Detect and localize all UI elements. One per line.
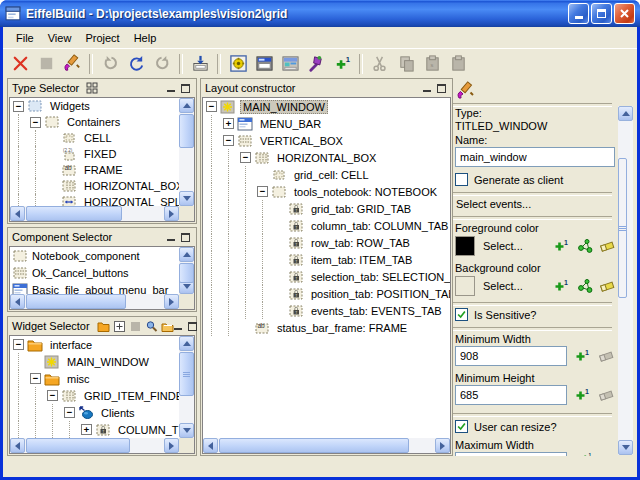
tree-expander[interactable]: − <box>10 98 27 114</box>
vertical-scrollbar[interactable] <box>179 247 194 294</box>
vertical-scrollbar[interactable] <box>179 98 194 206</box>
tree-expander[interactable]: − <box>203 98 220 115</box>
tree-expander[interactable]: − <box>237 149 254 166</box>
panel-minimize-button[interactable] <box>423 90 431 92</box>
scroll-left-button[interactable] <box>10 294 25 309</box>
add-one-icon[interactable]: 1 <box>553 238 571 254</box>
scroll-up-button[interactable] <box>179 336 194 351</box>
scroll-right-button[interactable] <box>164 438 179 453</box>
horizontal-scrollbar[interactable] <box>10 438 179 453</box>
vertical-scrollbar[interactable] <box>618 106 633 455</box>
color-tree-icon[interactable] <box>577 238 595 254</box>
scrollbar-thumb[interactable] <box>26 438 130 453</box>
horizontal-scrollbar[interactable] <box>10 294 179 309</box>
tree-item-fixed[interactable]: (2,2)FIXED <box>10 146 179 162</box>
foreground-select-button[interactable]: Select... <box>483 240 523 252</box>
open-folder-icon[interactable] <box>161 320 174 333</box>
color-tree-icon[interactable] <box>577 278 595 294</box>
minimum-height-input[interactable] <box>455 385 567 405</box>
scroll-down-button[interactable] <box>179 423 194 438</box>
search-icon[interactable] <box>145 320 158 333</box>
show-window-button[interactable] <box>252 52 276 76</box>
tree-item-column-tab-column-tab[interactable]: Tcolumn_tab: COLUMN_TAB <box>203 217 450 234</box>
close-button[interactable] <box>614 3 635 24</box>
minimum-width-input[interactable] <box>455 346 567 366</box>
user-can-resize-checkbox[interactable] <box>455 420 468 433</box>
horizontal-scrollbar[interactable] <box>10 206 179 221</box>
add-one-icon[interactable]: 1 <box>574 387 592 403</box>
list-item-basic-file-about-menu-bar[interactable]: Basic_file_about_menu_bar <box>10 281 179 294</box>
tree-item-grid-tab-grid-tab[interactable]: Tgrid_tab: GRID_TAB <box>203 200 450 217</box>
refresh-button[interactable] <box>124 52 148 76</box>
tree-item-clients[interactable]: −Clients <box>10 404 179 421</box>
select-events-button[interactable]: Select events... <box>456 198 531 210</box>
tree-item-menu-bar[interactable]: +MENU_BAR <box>203 115 450 132</box>
vertical-scrollbar[interactable] <box>179 336 194 438</box>
tree-item-horizontal-spli[interactable]: HORIZONTAL_SPLI <box>10 194 179 206</box>
tree-item-vertical-box[interactable]: −VERTICAL_BOX <box>203 132 450 149</box>
scrollbar-thumb[interactable] <box>179 263 194 283</box>
panel-maximize-button[interactable] <box>181 84 190 93</box>
maximum-width-input[interactable] <box>455 452 567 456</box>
preview-window-button[interactable] <box>278 52 302 76</box>
widget-selector-header[interactable]: Widget Selector <box>8 317 196 335</box>
tree-item-events-tab-events-tab[interactable]: Tevents_tab: EVENTS_TAB <box>203 302 450 319</box>
maximize-button[interactable] <box>591 3 612 24</box>
horizontal-scrollbar[interactable] <box>203 438 450 453</box>
add-one-icon[interactable]: 1 <box>581 452 594 456</box>
scrollbar-thumb[interactable] <box>179 352 194 396</box>
scroll-right-button[interactable] <box>435 438 450 453</box>
panel-maximize-button[interactable] <box>188 322 197 331</box>
menu-file[interactable]: File <box>9 29 41 47</box>
tree-expander[interactable]: − <box>27 114 44 130</box>
tree-expander[interactable]: + <box>220 115 237 132</box>
foreground-swatch[interactable] <box>455 236 475 256</box>
panel-minimize-button[interactable] <box>167 90 175 92</box>
scroll-left-button[interactable] <box>10 206 25 221</box>
generate-as-client-row[interactable]: Generate as client <box>455 173 563 186</box>
type-selector-header[interactable]: Type Selector <box>8 79 196 97</box>
scrollbar-thumb[interactable] <box>618 158 627 298</box>
add-one-icon[interactable]: 1 <box>574 348 592 364</box>
tree-item-horizontal-box[interactable]: −HORIZONTAL_BOX <box>203 149 450 166</box>
scroll-down-button[interactable] <box>179 191 194 206</box>
tree-item-main-window[interactable]: MAIN_WINDOW <box>10 353 179 370</box>
tree-expander[interactable]: − <box>254 183 271 200</box>
name-input[interactable] <box>455 147 615 167</box>
tree-item-horizontal-box[interactable]: HORIZONTAL_BOX <box>10 178 179 194</box>
menu-help[interactable]: Help <box>127 29 164 47</box>
layout-constructor-header[interactable]: Layout constructor <box>201 79 452 97</box>
tree-expander[interactable]: − <box>44 387 61 404</box>
scrollbar-thumb[interactable] <box>26 206 122 221</box>
add-instance-button[interactable]: 1 <box>330 52 354 76</box>
minimize-button[interactable] <box>568 3 589 24</box>
generate-code-button[interactable] <box>188 52 212 76</box>
component-selector-header[interactable]: Component Selector <box>8 228 196 246</box>
scroll-right-button[interactable] <box>164 206 179 221</box>
scroll-up-button[interactable] <box>618 106 633 121</box>
background-swatch[interactable] <box>455 276 475 296</box>
tree-expander[interactable]: − <box>27 370 44 387</box>
scroll-down-button[interactable] <box>618 440 633 455</box>
tree-item-misc[interactable]: −misc <box>10 370 179 387</box>
list-item-ok-cancel-buttons[interactable]: Ok_Cancel_buttons <box>10 264 179 281</box>
tree-item-item-tab-item-tab[interactable]: Titem_tab: ITEM_TAB <box>203 251 450 268</box>
folder-small-icon[interactable] <box>97 320 110 333</box>
scroll-left-button[interactable] <box>10 438 25 453</box>
generate-as-client-checkbox[interactable] <box>455 173 468 186</box>
tree-item-selection-tab-selection-tab[interactable]: Tselection_tab: SELECTION_TAB <box>203 268 450 285</box>
tree-item-widgets[interactable]: −Widgets <box>10 98 179 114</box>
panel-minimize-button[interactable] <box>167 239 175 241</box>
is-sensitive-row[interactable]: Is Sensitive? <box>455 308 536 321</box>
eraser-icon[interactable] <box>599 278 617 294</box>
list-item-notebook-component[interactable]: Notebook_component <box>10 247 179 264</box>
project-settings-button[interactable] <box>226 52 250 76</box>
tree-item-containers[interactable]: −Containers <box>10 114 179 130</box>
tree-expander[interactable]: − <box>61 404 78 421</box>
scroll-up-button[interactable] <box>179 247 194 262</box>
tree-item-column-t[interactable]: +TCOLUMN_T <box>10 421 179 438</box>
tree-item-tools-notebook-notebook[interactable]: −tools_notebook: NOTEBOOK <box>203 183 450 200</box>
background-select-button[interactable]: Select... <box>483 280 523 292</box>
plus-box-icon[interactable] <box>113 320 126 333</box>
tree-item-grid-cell-cell[interactable]: grid_cell: CELL <box>203 166 450 183</box>
